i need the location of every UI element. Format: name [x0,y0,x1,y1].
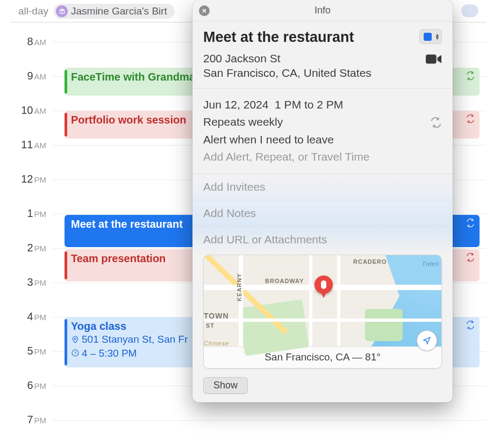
close-button[interactable] [199,5,210,16]
video-call-icon[interactable] [426,53,442,65]
hour-label: 7 [27,414,33,425]
event-location: 501 Stanyan St, San Fr [82,333,188,346]
all-day-event-label: Jasmine Garcia's Birt [71,5,167,17]
event-time-range: 1 PM to 2 PM [275,98,343,111]
map-label: Tideli [422,261,439,267]
map-label: Chinese [204,340,229,346]
add-invitees-button[interactable]: Add Invitees [192,174,453,200]
event-summary-section: Meet at the restaurant ▲▼ 200 Jackson St… [192,21,453,88]
map-locate-button[interactable] [417,330,437,351]
hour-ampm: AM [34,38,47,47]
location-line1: 200 Jackson St [203,52,281,64]
map-label: TOWN [204,312,229,320]
hour-ampm: AM [34,72,47,81]
recurring-icon [466,71,475,81]
location-map[interactable]: BROADWAY KEARNY RCADERO TOWN ST Chinese … [203,255,442,368]
event-date: Jun 12, 2024 [203,98,268,111]
recurring-icon [466,218,475,228]
hour-ampm: PM [34,381,47,391]
hour-ampm: PM [34,278,47,287]
clock-icon [71,349,80,357]
popover-header: Info [192,0,453,21]
hour-label: 9 [27,70,33,82]
repeat-text: Repeats weekly [203,113,430,131]
add-alert-button[interactable]: Add Alert, Repeat, or Travel Time [203,148,442,166]
svg-rect-3 [426,55,437,64]
calendar-color-picker[interactable]: ▲▼ [419,29,442,44]
hour-ampm: PM [34,175,47,184]
hour-ampm: AM [34,141,47,150]
hour-label: 11 [21,139,33,150]
hour-label: 6 [27,379,33,391]
recurring-icon [466,320,475,330]
hour-label: 8 [27,35,33,47]
map-label: ST [206,322,215,329]
show-button[interactable]: Show [203,377,248,394]
map-weather-footer: San Francisco, CA — 81° [204,346,441,368]
event-alert-field[interactable]: Alert when I need to leave [203,131,442,149]
map-label: BROADWAY [265,278,304,284]
all-day-label: all-day [11,5,48,17]
hour-label: 1 [27,207,33,219]
hour-label: 5 [27,345,33,357]
hour-label: 3 [27,276,33,288]
hour-label: 2 [27,242,33,254]
repeat-icon [430,116,442,128]
popover-title: Info [315,5,331,16]
svg-point-1 [74,338,76,339]
map-label: RCADERO [353,258,387,265]
event-datetime-field[interactable]: Jun 12, 2024 1 PM to 2 PM [203,96,442,114]
event-time-section: Jun 12, 2024 1 PM to 2 PM Repeats weekly… [192,89,453,174]
event-info-popover: Info Meet at the restaurant ▲▼ 200 Jacks… [192,0,453,402]
hour-ampm: PM [34,416,47,425]
hour-label: 4 [27,310,33,322]
recurring-icon [466,114,475,124]
location-pin-icon [71,335,80,344]
hour-ampm: PM [34,313,47,322]
gift-icon [56,5,68,17]
map-canvas: BROADWAY KEARNY RCADERO TOWN ST Chinese … [204,255,441,346]
all-day-event-chip[interactable]: Jasmine Garcia's Birt [54,4,175,19]
hour-label: 12 [21,173,33,185]
recurring-icon [466,252,475,262]
add-url-button[interactable]: Add URL or Attachments [192,227,453,255]
event-location-field[interactable]: 200 Jackson St San Francisco, CA, United… [203,51,418,81]
event-repeat-field[interactable]: Repeats weekly [203,113,442,131]
add-notes-button[interactable]: Add Notes [192,200,453,226]
hour-ampm: PM [34,347,47,356]
location-line2: San Francisco, CA, United States [203,67,371,79]
event-time: 4 – 5:30 PM [82,346,137,360]
hour-ampm: PM [34,244,47,253]
hour-label: 10 [21,104,33,116]
hour-ampm: PM [34,209,47,219]
map-label: KEARNY [236,273,242,301]
hour-ampm: AM [34,106,47,115]
color-swatch-icon [424,33,432,41]
all-day-track-spacer [461,4,478,17]
map-pin-icon [315,276,333,300]
stepper-chevrons-icon: ▲▼ [435,33,440,40]
event-title-field[interactable]: Meet at the restaurant [203,29,414,46]
